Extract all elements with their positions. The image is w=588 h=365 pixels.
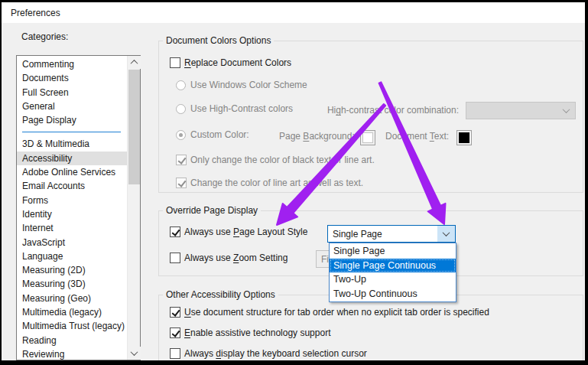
document-text-label: Document Text: — [385, 131, 449, 142]
use-high-contrast-colors-radio[interactable] — [176, 104, 186, 114]
use-high-contrast-colors-label: Use High-Contrast colors — [190, 103, 293, 114]
window-edge-bottom — [0, 360, 588, 365]
high-contrast-combination-label: High-contrast color combination: — [317, 105, 459, 116]
override-page-display-title: Override Page Display — [163, 205, 261, 216]
scrollbar-thumb[interactable] — [128, 70, 140, 184]
custom-color-label: Custom Color: — [190, 129, 249, 140]
sidebar-item-language[interactable]: Language — [17, 249, 127, 263]
enable-assistive-technology-checkbox[interactable] — [170, 328, 180, 338]
use-windows-color-scheme-radio[interactable] — [176, 80, 186, 90]
always-use-page-layout-style-checkbox[interactable] — [170, 226, 180, 237]
page-layout-style-value: Single Page — [328, 229, 437, 240]
high-contrast-combination-select[interactable] — [466, 102, 576, 119]
sidebar-item-general[interactable]: General — [17, 99, 127, 113]
window-edge-left — [0, 0, 2, 365]
change-line-art-label: Change the color of line art as well as … — [190, 178, 363, 188]
always-use-zoom-setting-checkbox[interactable] — [170, 253, 180, 263]
categories-scrollbar[interactable] — [127, 56, 140, 360]
document-colors-options-title: Document Colors Options — [163, 35, 274, 46]
replace-document-colors-label: Replace Document Colors — [184, 57, 291, 68]
change-line-art-checkbox[interactable] — [176, 178, 187, 188]
sidebar-item-measuring-2d[interactable]: Measuring (2D) — [17, 263, 127, 277]
option-single-page-continuous[interactable]: Single Page Continuous — [330, 259, 456, 273]
categories-list: Commenting Documents Full Screen General… — [17, 57, 127, 361]
page-background-swatch[interactable] — [360, 130, 375, 145]
scrollbar-up-button[interactable] — [128, 56, 141, 69]
sidebar-item-forms[interactable]: Forms — [17, 194, 127, 207]
use-document-structure-label: Use document structure for tab order whe… — [184, 307, 489, 318]
sidebar-item-reviewing[interactable]: Reviewing — [17, 347, 127, 361]
sidebar-separator — [22, 132, 121, 132]
option-two-up-continuous[interactable]: Two-Up Continuous — [330, 287, 456, 301]
only-change-black-text-checkbox[interactable] — [176, 155, 187, 165]
sidebar-item-commenting[interactable]: Commenting — [17, 57, 127, 71]
replace-document-colors-checkbox[interactable] — [170, 57, 180, 68]
only-change-black-text-label: Only change the color of black text or l… — [190, 155, 375, 165]
sidebar-item-documents[interactable]: Documents — [17, 71, 127, 85]
sidebar-item-identity[interactable]: Identity — [17, 207, 127, 221]
scrollbar-down-button[interactable] — [128, 347, 141, 360]
use-document-structure-checkbox[interactable] — [170, 307, 180, 318]
always-use-zoom-setting-label: Always use Zoom Setting — [184, 253, 288, 263]
always-display-keyboard-cursor-label: Always display the keyboard selection cu… — [184, 348, 367, 359]
categories-listbox: Commenting Documents Full Screen General… — [16, 55, 141, 360]
document-text-swatch[interactable] — [456, 130, 472, 145]
sidebar-item-measuring-geo[interactable]: Measuring (Geo) — [17, 292, 127, 305]
page-background-label: Page Background: — [279, 131, 355, 142]
sidebar-item-javascript[interactable]: JavaScript — [17, 236, 127, 249]
page-layout-style-dropdown[interactable]: Single Page — [327, 225, 456, 243]
page-layout-style-open-list: Single Page Single Page Continuous Two-U… — [329, 243, 456, 302]
sidebar-item-page-display[interactable]: Page Display — [17, 113, 127, 127]
chevron-up-icon — [131, 60, 138, 67]
window-title: Preferences — [11, 8, 60, 18]
chevron-down-icon — [443, 229, 450, 236]
always-use-page-layout-style-label: Always use Page Layout Style — [184, 226, 307, 237]
other-accessibility-options-title: Other Accessibility Options — [163, 289, 278, 300]
chevron-down-icon — [563, 106, 570, 113]
custom-color-radio[interactable] — [176, 130, 186, 140]
categories-label: Categories: — [21, 31, 68, 42]
window-edge-right — [585, 0, 588, 365]
sidebar-item-measuring-3d[interactable]: Measuring (3D) — [17, 277, 127, 291]
sidebar-item-full-screen[interactable]: Full Screen — [17, 86, 127, 99]
sidebar-item-accessibility[interactable]: Accessibility — [17, 152, 127, 165]
option-two-up[interactable]: Two-Up — [330, 272, 456, 287]
sidebar-item-3d-multimedia[interactable]: 3D & Multimedia — [17, 137, 127, 151]
use-windows-color-scheme-label: Use Windows Color Scheme — [190, 80, 307, 90]
sidebar-item-reading[interactable]: Reading — [17, 334, 127, 347]
sidebar-item-multimedia-legacy[interactable]: Multimedia (legacy) — [17, 305, 127, 319]
sidebar-item-email-accounts[interactable]: Email Accounts — [17, 179, 127, 193]
dropdown-button[interactable] — [437, 226, 455, 242]
title-bar: Preferences — [2, 2, 585, 23]
enable-assistive-technology-label: Enable assistive technology support — [184, 328, 330, 338]
window-edge-top — [0, 0, 588, 2]
chevron-down-icon — [131, 348, 138, 356]
sidebar-item-multimedia-trust-legacy[interactable]: Multimedia Trust (legacy) — [17, 319, 127, 333]
option-single-page[interactable]: Single Page — [330, 244, 456, 259]
always-display-keyboard-cursor-checkbox[interactable] — [170, 348, 180, 359]
sidebar-item-adobe-online-services[interactable]: Adobe Online Services — [17, 165, 127, 179]
preferences-dialog: { "window": { "title": "Preferences" }, … — [0, 0, 588, 365]
sidebar-item-internet[interactable]: Internet — [17, 221, 127, 235]
